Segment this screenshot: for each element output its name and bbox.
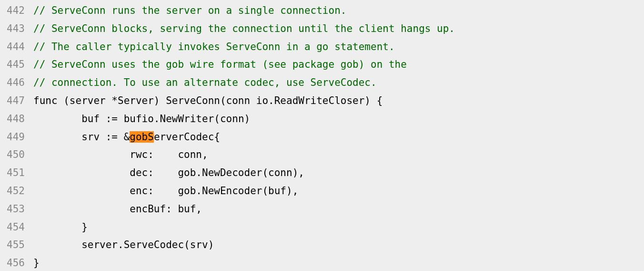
code-content: // ServeConn blocks, serving the connect… xyxy=(33,20,644,38)
line-number: 456 xyxy=(0,254,33,271)
code-content: rwc: conn, xyxy=(33,146,644,164)
code-content: // connection. To use an alternate codec… xyxy=(33,74,644,92)
code-line[interactable]: 446 // connection. To use an alternate c… xyxy=(0,74,644,92)
line-number: 453 xyxy=(0,200,33,219)
code-line[interactable]: 453 encBuf: buf, xyxy=(0,200,644,219)
code-line[interactable]: 443 // ServeConn blocks, serving the con… xyxy=(0,20,644,38)
code-line[interactable]: 442 // ServeConn runs the server on a si… xyxy=(0,2,644,20)
code-content: } xyxy=(33,219,644,237)
code-line[interactable]: 454 } xyxy=(0,219,644,237)
code-content: server.ServeCodec(srv) xyxy=(33,236,644,254)
code-content: dec: gob.NewDecoder(conn), xyxy=(33,164,644,182)
line-number: 454 xyxy=(0,219,33,237)
code-line[interactable]: 455 server.ServeCodec(srv) xyxy=(0,236,644,254)
line-number: 448 xyxy=(0,110,33,128)
line-number: 451 xyxy=(0,164,33,182)
code-line[interactable]: 447 func (server *Server) ServeConn(conn… xyxy=(0,92,644,110)
code-line[interactable]: 452 enc: gob.NewEncoder(buf), xyxy=(0,182,644,200)
line-number: 442 xyxy=(0,2,33,20)
code-editor[interactable]: 442 // ServeConn runs the server on a si… xyxy=(0,2,644,271)
line-number: 452 xyxy=(0,182,33,200)
line-number: 443 xyxy=(0,20,33,38)
code-content: } xyxy=(33,254,644,271)
line-number: 450 xyxy=(0,146,33,164)
code-line[interactable]: 450 rwc: conn, xyxy=(0,146,644,164)
code-line[interactable]: 448 buf := bufio.NewWriter(conn) xyxy=(0,110,644,128)
line-number: 447 xyxy=(0,92,33,110)
line-number: 446 xyxy=(0,74,33,92)
code-content: srv := &gobServerCodec{ xyxy=(33,128,644,146)
line-number: 444 xyxy=(0,38,33,56)
code-content: // The caller typically invokes ServeCon… xyxy=(33,38,644,56)
code-line[interactable]: 456 } xyxy=(0,254,644,271)
code-content: enc: gob.NewEncoder(buf), xyxy=(33,182,644,200)
code-content: // ServeConn uses the gob wire format (s… xyxy=(33,56,644,74)
code-line[interactable]: 445 // ServeConn uses the gob wire forma… xyxy=(0,56,644,74)
code-content: // ServeConn runs the server on a single… xyxy=(33,2,644,20)
code-content: func (server *Server) ServeConn(conn io.… xyxy=(33,92,644,110)
line-number: 449 xyxy=(0,128,33,146)
code-content: encBuf: buf, xyxy=(33,200,644,219)
code-line[interactable]: 451 dec: gob.NewDecoder(conn), xyxy=(0,164,644,182)
code-line[interactable]: 444 // The caller typically invokes Serv… xyxy=(0,38,644,56)
line-number: 455 xyxy=(0,236,33,254)
code-line[interactable]: 449 srv := &gobServerCodec{ xyxy=(0,128,644,146)
code-content: buf := bufio.NewWriter(conn) xyxy=(33,110,644,128)
line-number: 445 xyxy=(0,56,33,74)
search-highlight: gobS xyxy=(130,131,154,143)
